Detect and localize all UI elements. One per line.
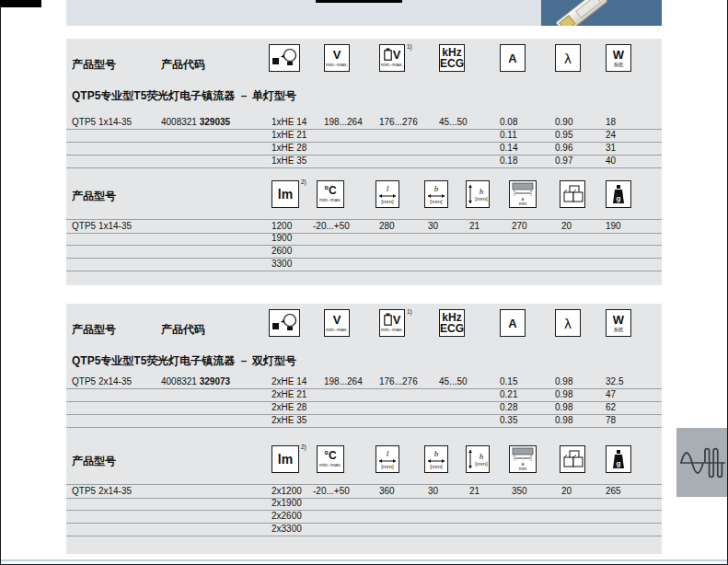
- product-photo: [541, 0, 662, 26]
- table-subtitle: QTP5专业型T5荧光灯电子镇流器 － 单灯型号: [72, 88, 296, 104]
- cell-temperature: -20...+50: [313, 220, 350, 233]
- column-header-model: 产品型号: [72, 57, 116, 73]
- cell-lambda: 0.98: [555, 388, 572, 401]
- table-row: 2x3300: [66, 523, 662, 536]
- cell-lumen: 2x1200: [272, 485, 302, 498]
- cell-code: 4008321 329073: [161, 375, 230, 388]
- page-border-left: [0, 7, 1, 565]
- cell-lumen: 2x1900: [272, 497, 302, 510]
- cell-lumen: 1200: [272, 220, 292, 233]
- current-icon: A: [500, 44, 526, 72]
- system-watt-icon: W 系统: [606, 309, 631, 337]
- column-header-code: 产品代码: [161, 57, 205, 73]
- cell-lambda: 0.98: [555, 401, 572, 414]
- cell-hole-distance: 270: [512, 220, 527, 233]
- column-header-model: 产品型号: [72, 189, 116, 204]
- lumen-icon: lm: [272, 180, 299, 208]
- cell-current: 0.18: [500, 155, 517, 167]
- cell-lambda: 0.90: [555, 116, 572, 129]
- column-header-model: 产品型号: [72, 322, 116, 338]
- cell-frequency: 45...50: [439, 116, 468, 129]
- cell-code: 4008321 329035: [161, 116, 230, 129]
- table-row: 1900: [66, 232, 662, 246]
- cell-hole-distance: 350: [512, 485, 527, 498]
- cell-lumen: 1900: [272, 232, 292, 245]
- cell-weight: 190: [606, 220, 621, 233]
- mains-voltage-icon: V min.-max.: [324, 309, 350, 337]
- cell-pack-qty: 20: [561, 220, 572, 233]
- cell-dc-voltage: 176...276: [379, 116, 418, 129]
- cell-lumen: 2600: [272, 245, 292, 258]
- cell-lumen: 3300: [272, 258, 292, 271]
- cell-current: 0.21: [500, 388, 517, 401]
- footnote-marker-2: 2): [301, 179, 306, 185]
- cell-model: QTP5 2x14-35: [72, 485, 132, 498]
- table-row: 2x2600: [66, 510, 662, 524]
- length-icon: l [mm]: [376, 180, 399, 208]
- mounting-hole-distance-icon: a mm: [509, 445, 537, 473]
- cell-weight: 265: [606, 485, 621, 498]
- cell-lamp: 1xHE 14: [272, 116, 306, 129]
- height-icon: h [mm]: [466, 180, 490, 208]
- cell-model: QTP5 1x14-35: [72, 116, 132, 129]
- cell-lamp: 2xHE 21: [272, 388, 306, 401]
- table-row: 3300: [66, 258, 662, 271]
- high-frequency-sine-icon: [676, 428, 728, 497]
- cell-lumen: 2x2600: [272, 510, 302, 523]
- packaging-units-icon: [560, 445, 585, 473]
- ballast-body-detail: [575, 0, 601, 18]
- cell-watt: 24: [606, 129, 616, 142]
- cell-voltage: 198...264: [324, 375, 363, 388]
- cell-dc-voltage: 176...276: [379, 375, 418, 388]
- table-row: 1xHE 28 0.14 0.96 31: [66, 142, 662, 156]
- spec-table-single-lamp: 产品型号 产品代码 + V min.-max. V min.-max. 1) k…: [66, 39, 662, 285]
- cell-model: QTP5 1x14-35: [72, 220, 132, 233]
- table-row: 1xHE 21 0.11 0.95 24: [66, 129, 662, 143]
- cell-lamp: 1xHE 28: [272, 142, 306, 155]
- cell-current: 0.35: [500, 414, 517, 427]
- cell-watt: 78: [606, 414, 616, 427]
- cell-lamp: 2xHE 28: [272, 401, 306, 414]
- mounting-hole-distance-icon: a mm: [509, 180, 537, 208]
- table-subtitle: QTP5专业型T5荧光灯电子镇流器 － 双灯型号: [72, 353, 296, 369]
- table-row: 2xHE 28 0.28 0.98 62: [66, 401, 662, 415]
- width-icon: b [mm]: [424, 180, 448, 208]
- gram-letter: g: [617, 459, 621, 467]
- cell-lambda: 0.98: [555, 414, 572, 427]
- lamp-type-icon: +: [269, 44, 300, 72]
- ballast-label-sticker: [559, 15, 575, 26]
- system-watt-icon: W 系统: [606, 44, 631, 72]
- cell-current: 0.28: [500, 401, 517, 414]
- cell-frequency: 45...50: [439, 375, 468, 388]
- packaging-units-icon: [560, 180, 585, 208]
- cell-current: 0.14: [500, 142, 517, 155]
- current-icon: A: [500, 309, 526, 337]
- cell-watt: 31: [606, 142, 616, 155]
- table-row: QTP5 1x14-35 4008321 329035 1xHE 14 198.…: [66, 116, 662, 130]
- table-row: 2xHE 35 0.35 0.98 78: [66, 414, 662, 428]
- cell-current: 0.15: [500, 375, 517, 388]
- cell-current: 0.11: [500, 129, 517, 142]
- table-row: 2x1900: [66, 497, 662, 511]
- length-icon: l [mm]: [376, 445, 399, 473]
- cell-length: 360: [379, 485, 395, 498]
- weight-icon: g: [606, 445, 631, 473]
- table-row: 2xHE 21 0.21 0.98 47: [66, 388, 662, 402]
- weight-icon: g: [606, 180, 631, 208]
- cell-length: 280: [379, 220, 395, 233]
- footnote-marker-1: 1): [407, 308, 412, 315]
- gram-letter: g: [617, 194, 621, 202]
- lumen-icon: lm: [272, 445, 299, 473]
- cell-watt: 32.5: [606, 375, 623, 388]
- cell-model: QTP5 2x14-35: [72, 375, 132, 388]
- lamp-type-icon: +: [269, 309, 300, 337]
- cell-temperature: -20...+50: [313, 485, 350, 498]
- frequency-ecg-icon: kHz ECG: [439, 44, 465, 72]
- cell-watt: 40: [606, 155, 616, 167]
- power-factor-icon: λ: [555, 44, 581, 72]
- cell-lumen: 2x3300: [272, 523, 302, 536]
- column-header-model: 产品型号: [72, 454, 116, 469]
- footer-accent-line: [0, 559, 728, 561]
- mains-voltage-icon: V min.-max.: [324, 44, 350, 72]
- dc-voltage-icon: V min.-max.: [379, 44, 405, 72]
